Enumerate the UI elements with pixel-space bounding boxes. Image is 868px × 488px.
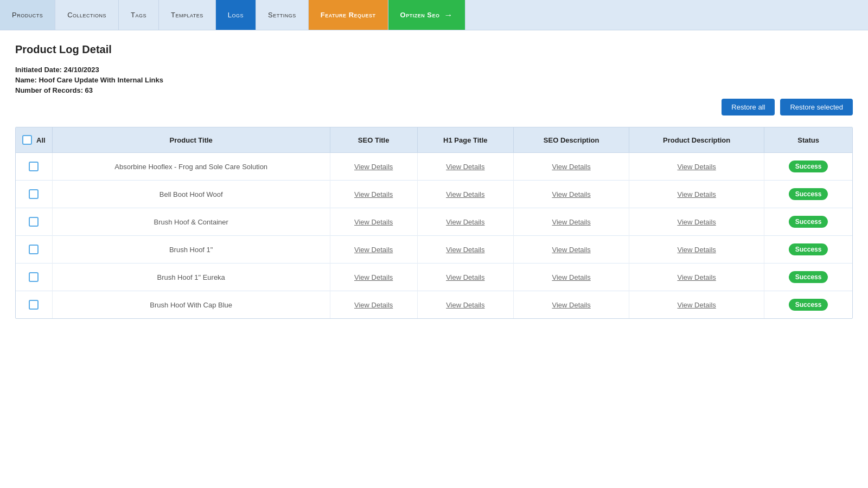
- nav-item-products[interactable]: Products: [0, 0, 55, 30]
- seo-title-link-0[interactable]: View Details: [354, 163, 393, 171]
- seo-description-link-1[interactable]: View Details: [552, 190, 590, 198]
- h1-page-title-link-2[interactable]: View Details: [446, 218, 484, 226]
- th-status: Status: [764, 127, 852, 153]
- table-row: Bell Boot Hoof Woof View Details View De…: [16, 181, 852, 208]
- row-checkbox-0[interactable]: [29, 162, 39, 171]
- row-checkbox-1[interactable]: [29, 189, 39, 199]
- row-seo-description-5: View Details: [514, 291, 629, 319]
- row-checkbox-4[interactable]: [29, 272, 39, 282]
- restore-all-button[interactable]: Restore all: [722, 99, 775, 115]
- optizen-seo-label: Optizen Seo: [400, 11, 440, 19]
- row-seo-description-0: View Details: [514, 153, 629, 181]
- row-product-title-3: Brush Hoof 1": [52, 236, 330, 264]
- row-seo-title-1: View Details: [330, 181, 417, 208]
- product-description-link-0[interactable]: View Details: [677, 163, 716, 171]
- name-value: Hoof Care Update With Internal Links: [39, 76, 163, 84]
- arrow-icon: →: [444, 10, 453, 20]
- nav-item-tags[interactable]: Tags: [119, 0, 159, 30]
- row-seo-description-2: View Details: [514, 208, 629, 236]
- h1-page-title-link-3[interactable]: View Details: [446, 246, 484, 254]
- h1-page-title-link-4[interactable]: View Details: [446, 273, 484, 281]
- row-checkbox-3[interactable]: [29, 245, 39, 254]
- records-row: Number of Records: 63: [15, 86, 853, 94]
- row-product-description-2: View Details: [629, 208, 764, 236]
- row-seo-title-0: View Details: [330, 153, 417, 181]
- row-product-title-5: Brush Hoof With Cap Blue: [52, 291, 330, 319]
- page-content: Product Log Detail Initiated Date: 24/10…: [0, 30, 868, 488]
- status-badge-2: Success: [789, 216, 828, 228]
- records-value: 63: [85, 86, 93, 94]
- seo-title-link-2[interactable]: View Details: [354, 218, 393, 226]
- nav-item-optizen-seo[interactable]: Optizen Seo →: [388, 0, 465, 30]
- product-description-link-3[interactable]: View Details: [677, 246, 716, 254]
- initiated-date-value: 24/10/2023: [64, 66, 99, 74]
- seo-description-link-5[interactable]: View Details: [552, 301, 590, 309]
- seo-title-link-4[interactable]: View Details: [354, 273, 393, 281]
- row-checkbox-cell-1: [16, 181, 52, 208]
- table-header-row: All Product Title SEO Title H1 Page Titl…: [16, 127, 852, 153]
- seo-description-link-4[interactable]: View Details: [552, 273, 590, 281]
- th-seo-title: SEO Title: [330, 127, 417, 153]
- h1-page-title-link-0[interactable]: View Details: [446, 163, 484, 171]
- th-product-title: Product Title: [52, 127, 330, 153]
- product-description-link-4[interactable]: View Details: [677, 273, 716, 281]
- row-h1-page-title-3: View Details: [417, 236, 514, 264]
- row-product-title-4: Brush Hoof 1" Eureka: [52, 264, 330, 291]
- status-badge-5: Success: [789, 299, 828, 311]
- row-seo-description-1: View Details: [514, 181, 629, 208]
- row-product-title-0: Absorbine Hooflex - Frog and Sole Care S…: [52, 153, 330, 181]
- nav-item-collections[interactable]: Collections: [55, 0, 119, 30]
- row-h1-page-title-5: View Details: [417, 291, 514, 319]
- row-checkbox-cell-5: [16, 291, 52, 319]
- actions-row: Restore all Restore selected: [722, 99, 853, 115]
- row-status-5: Success: [764, 291, 852, 319]
- row-h1-page-title-0: View Details: [417, 153, 514, 181]
- row-checkbox-5[interactable]: [29, 300, 39, 310]
- product-log-table: All Product Title SEO Title H1 Page Titl…: [15, 127, 853, 319]
- row-checkbox-2[interactable]: [29, 217, 39, 227]
- seo-title-link-5[interactable]: View Details: [354, 301, 393, 309]
- h1-page-title-link-5[interactable]: View Details: [446, 301, 484, 309]
- seo-description-link-2[interactable]: View Details: [552, 218, 590, 226]
- row-status-4: Success: [764, 264, 852, 291]
- seo-description-link-0[interactable]: View Details: [552, 163, 590, 171]
- row-seo-title-3: View Details: [330, 236, 417, 264]
- row-product-description-4: View Details: [629, 264, 764, 291]
- th-checkbox: All: [16, 127, 52, 153]
- select-all-checkbox[interactable]: [22, 135, 32, 145]
- product-description-link-5[interactable]: View Details: [677, 301, 716, 309]
- seo-description-link-3[interactable]: View Details: [552, 246, 590, 254]
- row-seo-title-5: View Details: [330, 291, 417, 319]
- row-product-description-0: View Details: [629, 153, 764, 181]
- nav-item-settings[interactable]: Settings: [256, 0, 309, 30]
- row-checkbox-cell-4: [16, 264, 52, 291]
- restore-selected-button[interactable]: Restore selected: [780, 99, 853, 115]
- table-row: Brush Hoof & Container View Details View…: [16, 208, 852, 236]
- row-seo-description-3: View Details: [514, 236, 629, 264]
- seo-title-link-1[interactable]: View Details: [354, 190, 393, 198]
- row-checkbox-cell-2: [16, 208, 52, 236]
- row-product-title-1: Bell Boot Hoof Woof: [52, 181, 330, 208]
- row-seo-description-4: View Details: [514, 264, 629, 291]
- product-description-link-1[interactable]: View Details: [677, 190, 716, 198]
- table-row: Brush Hoof 1" View Details View Details …: [16, 236, 852, 264]
- meta-section: Initiated Date: 24/10/2023 Name: Hoof Ca…: [15, 66, 853, 94]
- table-row: Absorbine Hooflex - Frog and Sole Care S…: [16, 153, 852, 181]
- name-label: Name:: [15, 76, 37, 84]
- product-description-link-2[interactable]: View Details: [677, 218, 716, 226]
- h1-page-title-link-1[interactable]: View Details: [446, 190, 484, 198]
- nav-item-feature-request[interactable]: Feature Request: [309, 0, 388, 30]
- th-product-description: Product Description: [629, 127, 764, 153]
- table-row: Brush Hoof 1" Eureka View Details View D…: [16, 264, 852, 291]
- row-status-0: Success: [764, 153, 852, 181]
- nav-bar: Products Collections Tags Templates Logs…: [0, 0, 868, 30]
- initiated-date-label: Initiated Date:: [15, 66, 62, 74]
- nav-item-logs[interactable]: Logs: [216, 0, 256, 30]
- row-checkbox-cell-0: [16, 153, 52, 181]
- initiated-date-row: Initiated Date: 24/10/2023: [15, 66, 853, 74]
- seo-title-link-3[interactable]: View Details: [354, 246, 393, 254]
- row-status-3: Success: [764, 236, 852, 264]
- name-row: Name: Hoof Care Update With Internal Lin…: [15, 76, 853, 84]
- table-row: Brush Hoof With Cap Blue View Details Vi…: [16, 291, 852, 319]
- nav-item-templates[interactable]: Templates: [159, 0, 216, 30]
